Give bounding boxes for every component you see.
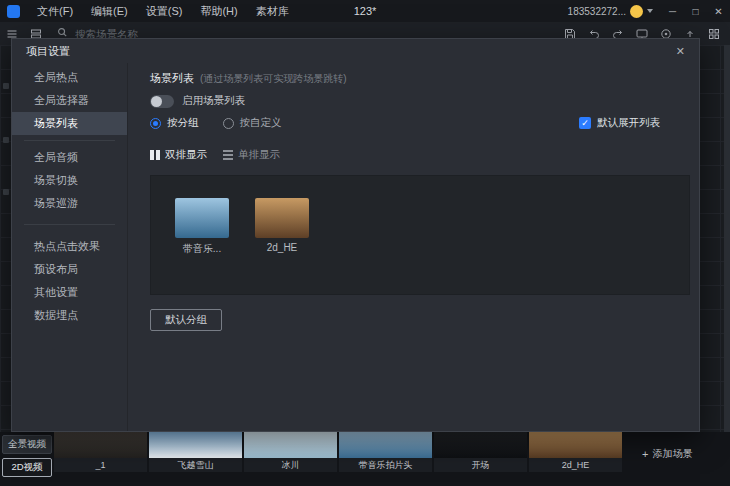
dialog-title: 项目设置	[26, 44, 70, 59]
minimize-button[interactable]: ─	[661, 0, 684, 22]
enable-scene-list-toggle[interactable]	[150, 95, 174, 108]
sidebar-item-preset-layout[interactable]: 预设布局	[12, 258, 127, 281]
scene-thumbnail	[175, 198, 229, 238]
dialog-content: 场景列表 (通过场景列表可实现跨场景跳转) 启用场景列表 按分组 按自定义 默认…	[128, 63, 698, 430]
apps-button[interactable]	[702, 22, 726, 45]
plus-icon: +	[642, 449, 648, 460]
menu-file[interactable]: 文件(F)	[28, 0, 82, 22]
avatar	[630, 5, 643, 18]
menu-settings[interactable]: 设置(S)	[137, 0, 192, 22]
sidebar-item-global-selector[interactable]: 全局选择器	[12, 89, 127, 112]
scene-card[interactable]: 2d_HE	[529, 432, 622, 472]
scene-strip-panel: 全景视频 2D视频 _1 飞越雪山 冰川 带音乐拍片头 开场 2d_HE + 添…	[0, 432, 730, 486]
scene-thumbnail	[244, 432, 337, 458]
tab-label: 单排显示	[238, 148, 280, 162]
scene-card[interactable]: 带音乐拍片头	[339, 432, 432, 472]
sidebar-item-scene-transition[interactable]: 场景切换	[12, 169, 127, 192]
scene-name: 2d_HE	[255, 242, 309, 253]
radio-unselected-icon	[223, 118, 234, 129]
sidebar-item-other-settings[interactable]: 其他设置	[12, 281, 127, 304]
close-button[interactable]: ✕	[707, 0, 730, 22]
tab-label: 双排显示	[165, 148, 207, 162]
toggle-label: 启用场景列表	[182, 94, 245, 108]
tab-double-row-display[interactable]: 双排显示	[150, 148, 207, 162]
hidden-panel-icon	[3, 137, 9, 143]
project-title: 123*	[354, 5, 377, 17]
scene-card[interactable]: 开场	[434, 432, 527, 472]
double-column-icon	[150, 150, 160, 160]
sidebar-item-global-audio[interactable]: 全局音频	[12, 146, 127, 169]
dialog-sidebar: 全局热点 全局选择器 场景列表 全局音频 场景切换 场景巡游 热点点击效果 预设…	[12, 63, 128, 431]
scene-name: _1	[54, 458, 147, 472]
dialog-close-button[interactable]: ✕	[676, 45, 685, 58]
radio-selected-icon	[150, 118, 161, 129]
menu-material-library[interactable]: 素材库	[247, 0, 298, 22]
app-logo-icon	[7, 5, 20, 18]
scene-strip: _1 飞越雪山 冰川 带音乐拍片头 开场 2d_HE	[54, 432, 622, 472]
2d-video-button[interactable]: 2D视频	[2, 458, 52, 477]
sidebar-item-hotspot-click-effect[interactable]: 热点点击效果	[12, 235, 127, 258]
default-expand-checkbox[interactable]: 默认展开列表	[579, 116, 660, 130]
add-scene-button[interactable]: + 添加场景	[642, 447, 692, 461]
sidebar-item-scene-list[interactable]: 场景列表	[12, 112, 127, 135]
dialog-header: 项目设置 ✕	[12, 39, 699, 63]
scene-thumbnail	[149, 432, 242, 458]
scene-name: 带音乐拍片头	[339, 458, 432, 472]
sidebar-item-data-tracking[interactable]: 数据埋点	[12, 304, 127, 327]
add-scene-label: 添加场景	[652, 447, 692, 461]
hidden-panel-icon	[3, 189, 9, 195]
radio-label: 按分组	[167, 116, 199, 130]
radio-by-group[interactable]: 按分组	[150, 116, 199, 130]
menu-edit[interactable]: 编辑(E)	[82, 0, 137, 22]
tab-single-row-display[interactable]: 单排显示	[223, 148, 280, 162]
scene-list-panel: 带音乐... 2d_HE	[150, 175, 690, 295]
panorama-video-button[interactable]: 全景视频	[2, 435, 52, 454]
sidebar-divider	[24, 140, 115, 141]
scene-name: 开场	[434, 458, 527, 472]
section-title: 场景列表	[150, 71, 194, 86]
checkbox-checked-icon	[579, 117, 591, 129]
sidebar-item-scene-tour[interactable]: 场景巡游	[12, 192, 127, 215]
toggle-knob	[151, 96, 162, 107]
hidden-panel-icon	[3, 83, 9, 89]
titlebar: 文件(F) 编辑(E) 设置(S) 帮助(H) 素材库 123* 1835322…	[0, 0, 730, 22]
radio-by-custom[interactable]: 按自定义	[223, 116, 282, 130]
scene-card[interactable]: _1	[54, 432, 147, 472]
scene-card[interactable]: 冰川	[244, 432, 337, 472]
menu-help[interactable]: 帮助(H)	[191, 0, 246, 22]
radio-label: 按自定义	[240, 116, 282, 130]
section-hint: (通过场景列表可实现跨场景跳转)	[200, 72, 347, 86]
list-rows-icon	[223, 150, 233, 160]
grid-icon	[707, 27, 721, 41]
account-id: 183532272...	[568, 6, 626, 17]
checkbox-label: 默认展开列表	[597, 116, 660, 130]
scene-name: 带音乐...	[175, 242, 229, 256]
sidebar-divider	[24, 224, 115, 225]
scene-thumbnail	[54, 432, 147, 458]
scene-name: 2d_HE	[529, 458, 622, 472]
scene-thumbnail	[529, 432, 622, 458]
sidebar-item-global-hotspot[interactable]: 全局热点	[12, 66, 127, 89]
chevron-down-icon	[647, 9, 653, 13]
scene-item[interactable]: 带音乐...	[175, 198, 229, 294]
scene-thumbnail	[434, 432, 527, 458]
account-dropdown[interactable]: 183532272...	[568, 5, 653, 18]
scene-thumbnail	[339, 432, 432, 458]
scene-card[interactable]: 飞越雪山	[149, 432, 242, 472]
scrollbar[interactable]	[724, 45, 730, 432]
scene-item[interactable]: 2d_HE	[255, 198, 309, 294]
maximize-button[interactable]: □	[684, 0, 707, 22]
default-group-button[interactable]: 默认分组	[150, 309, 222, 331]
scene-thumbnail	[255, 198, 309, 238]
scene-name: 飞越雪山	[149, 458, 242, 472]
scene-name: 冰川	[244, 458, 337, 472]
project-settings-dialog: 项目设置 ✕ 全局热点 全局选择器 场景列表 全局音频 场景切换 场景巡游 热点…	[11, 38, 700, 432]
